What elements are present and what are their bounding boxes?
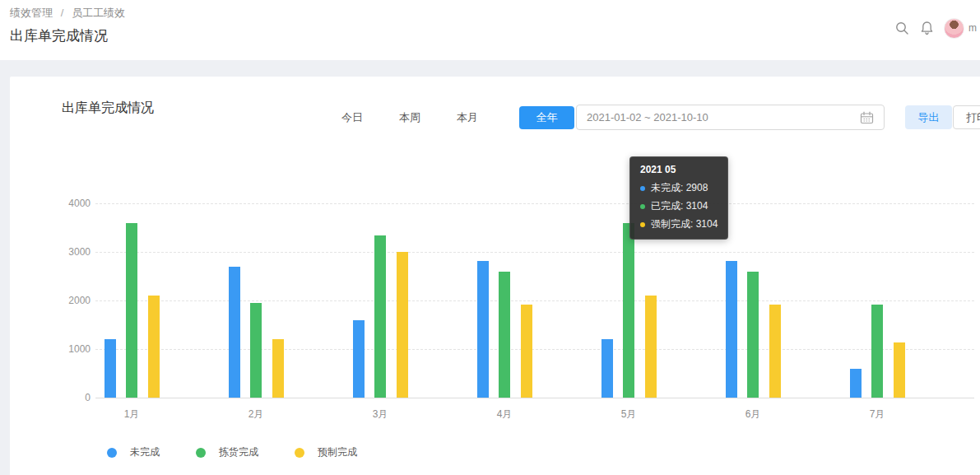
legend-dot-icon (196, 448, 206, 458)
x-tick-2月: 2月 (231, 407, 281, 421)
legend-item-未完成[interactable]: 未完成 (107, 445, 160, 459)
bar-拣货完成-6月[interactable] (747, 272, 759, 398)
bar-未完成-3月[interactable] (353, 320, 365, 398)
bar-预制完成-6月[interactable] (769, 305, 781, 398)
tooltip-row-text: 强制完成: 3104 (651, 217, 718, 231)
bar-未完成-7月[interactable] (850, 369, 862, 398)
gridline-3000 (95, 252, 974, 253)
bar-未完成-1月[interactable] (105, 339, 116, 398)
tooltip-dot-icon (640, 186, 645, 191)
y-tick-2000: 2000 (41, 295, 91, 306)
bar-拣货完成-3月[interactable] (374, 235, 386, 398)
bar-拣货完成-7月[interactable] (871, 305, 883, 398)
bar-预制完成-2月[interactable] (272, 339, 284, 398)
x-tick-6月: 6月 (728, 407, 778, 421)
y-tick-3000: 3000 (41, 246, 91, 258)
legend-dot-icon (107, 448, 117, 458)
tooltip-row-text: 未完成: 2908 (651, 181, 708, 195)
bar-未完成-5月[interactable] (601, 339, 613, 398)
y-tick-1000: 1000 (41, 343, 91, 355)
chart-tooltip: 2021 05 未完成: 2908已完成: 3104强制完成: 3104 (629, 156, 728, 240)
bar-未完成-2月[interactable] (229, 267, 240, 398)
bar-预制完成-3月[interactable] (397, 252, 408, 398)
bell-icon[interactable] (914, 16, 939, 40)
tooltip-dot-icon (640, 204, 645, 209)
bar-拣货完成-1月[interactable] (126, 223, 137, 398)
chart-legend: 未完成拣货完成预制完成 (107, 445, 393, 459)
bar-未完成-4月[interactable] (477, 261, 489, 398)
tooltip-dot-icon (640, 222, 645, 227)
y-tick-0: 0 (41, 392, 91, 403)
bar-chart: 010002000300040001月2月3月4月5月6月7月 (10, 77, 980, 475)
x-tick-7月: 7月 (852, 407, 902, 421)
tooltip-title: 2021 05 (640, 164, 718, 175)
bar-拣货完成-4月[interactable] (499, 272, 510, 398)
user-avatar[interactable] (944, 18, 964, 39)
breadcrumb-section[interactable]: 绩效管理 (10, 7, 53, 19)
legend-label: 拣货完成 (219, 445, 258, 459)
legend-label: 未完成 (130, 445, 160, 459)
username-text: m (968, 22, 980, 34)
x-tick-3月: 3月 (355, 407, 405, 421)
legend-item-拣货完成[interactable]: 拣货完成 (196, 445, 258, 459)
y-tick-4000: 4000 (41, 198, 91, 209)
tooltip-row-已完成: 已完成: 3104 (640, 199, 718, 213)
gridline-1000 (95, 349, 974, 350)
page-title: 出库单完成情况 (10, 26, 108, 45)
bar-预制完成-7月[interactable] (894, 342, 905, 398)
bar-未完成-6月[interactable] (726, 261, 737, 398)
x-tick-1月: 1月 (107, 407, 156, 421)
legend-item-预制完成[interactable]: 预制完成 (295, 445, 357, 459)
top-header: 绩效管理 / 员工工绩效 出库单完成情况 m (0, 0, 980, 60)
topbar-actions: m (889, 16, 980, 40)
legend-label: 预制完成 (318, 445, 357, 459)
bar-预制完成-5月[interactable] (645, 296, 657, 398)
breadcrumb-page[interactable]: 员工工绩效 (72, 7, 125, 19)
tooltip-row-未完成: 未完成: 2908 (640, 181, 718, 195)
x-axis-line (95, 398, 974, 398)
bar-预制完成-1月[interactable] (148, 296, 160, 398)
tooltip-row-强制完成: 强制完成: 3104 (640, 217, 718, 231)
search-icon[interactable] (889, 16, 914, 40)
gridline-2000 (95, 300, 974, 301)
bar-拣货完成-2月[interactable] (250, 303, 262, 398)
breadcrumb: 绩效管理 / 员工工绩效 (10, 6, 125, 21)
x-tick-4月: 4月 (480, 407, 529, 421)
chart-card: 出库单完成情况 今日本周本月全年 2021-01-02 ~ 2021-10-10… (10, 77, 980, 475)
gridline-4000 (95, 203, 974, 204)
breadcrumb-separator: / (61, 7, 64, 19)
bar-预制完成-4月[interactable] (521, 305, 532, 398)
bar-拣货完成-5月[interactable] (623, 223, 634, 398)
tooltip-rows: 未完成: 2908已完成: 3104强制完成: 3104 (640, 181, 718, 231)
tooltip-row-text: 已完成: 3104 (651, 199, 708, 213)
legend-dot-icon (295, 448, 304, 458)
x-tick-5月: 5月 (604, 407, 653, 421)
